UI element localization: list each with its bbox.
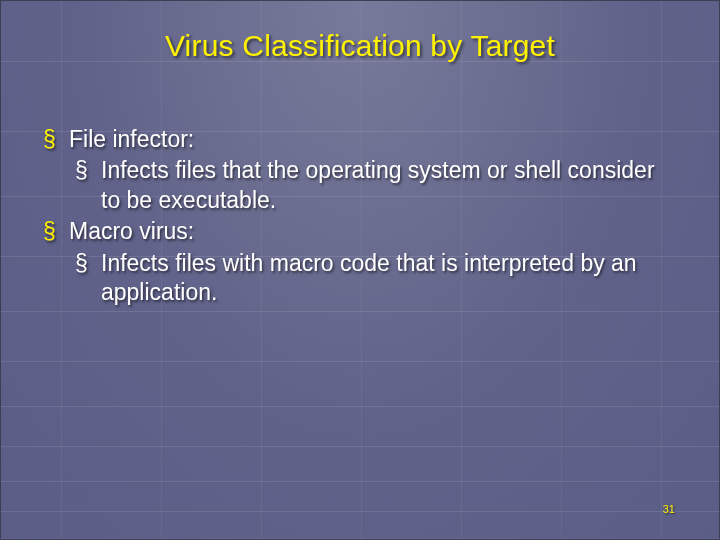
- bullet-desc: Infects files that the operating system …: [101, 157, 655, 212]
- bullet-level2: Infects files with macro code that is in…: [43, 249, 679, 308]
- bullet-level1: Macro virus:: [43, 217, 679, 246]
- slide-body: File infector: Infects files that the op…: [43, 125, 679, 310]
- page-number: 31: [663, 503, 675, 515]
- slide: Virus Classification by Target File infe…: [0, 0, 720, 540]
- bullet-term: File infector:: [69, 126, 194, 152]
- bullet-level1: File infector:: [43, 125, 679, 154]
- slide-title: Virus Classification by Target: [1, 29, 719, 63]
- bullet-desc: Infects files with macro code that is in…: [101, 250, 637, 305]
- bullet-term: Macro virus:: [69, 218, 194, 244]
- bullet-level2: Infects files that the operating system …: [43, 156, 679, 215]
